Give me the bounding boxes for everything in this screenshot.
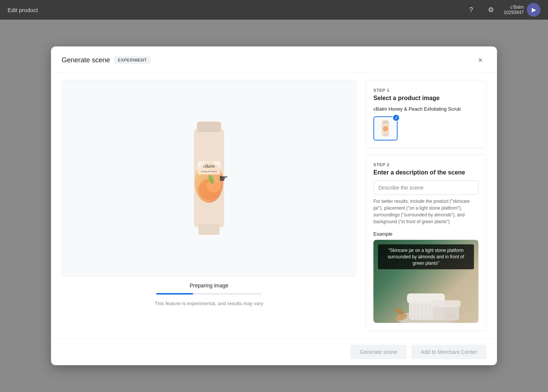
svg-text:cBalm: cBalm: [203, 164, 215, 169]
top-bar: Edit product ? ⚙ c'Balm 10293847 ▶: [0, 0, 548, 20]
svg-point-13: [383, 126, 388, 131]
settings-button[interactable]: ⚙: [484, 3, 498, 17]
example-caption: "Skincare jar on a light stone platform …: [378, 244, 474, 269]
right-panel: STEP 1 Select a product image cBalm Hone…: [365, 80, 486, 331]
generate-scene-modal: Generate scene EXPERIMENT ×: [51, 46, 497, 365]
avatar: ▶: [527, 3, 540, 17]
main-area: Generate scene EXPERIMENT ×: [0, 20, 548, 392]
thumbnail-image: [378, 118, 393, 139]
step1-title: Select a product image: [373, 95, 478, 102]
left-panel: cBalm Honey & Peach ☛ Preparing image Th…: [62, 80, 356, 331]
progress-label: Preparing image: [190, 282, 229, 289]
product-illustration: cBalm Honey & Peach: [171, 99, 247, 258]
product-name: cBalm Honey & Peach Exfoliating Scrub: [373, 106, 478, 112]
user-text: c'Balm 10293847: [504, 5, 524, 15]
user-info: c'Balm 10293847 ▶: [504, 3, 540, 17]
experiment-badge: EXPERIMENT: [115, 57, 150, 63]
add-to-merchant-center-button[interactable]: Add to Merchant Center: [411, 345, 486, 359]
step1-card: STEP 1 Select a product image cBalm Hone…: [365, 80, 486, 148]
step1-label: STEP 1: [373, 88, 478, 93]
svg-rect-12: [382, 120, 389, 123]
modal-body: cBalm Honey & Peach ☛ Preparing image Th…: [51, 73, 497, 338]
page-title: Edit product: [8, 7, 38, 13]
example-image-container: "Skincare jar on a light stone platform …: [373, 240, 478, 323]
modal-footer: Generate scene Add to Merchant Center: [51, 338, 497, 365]
generate-scene-button[interactable]: Generate scene: [350, 345, 407, 359]
svg-text:Honey & Peach: Honey & Peach: [201, 170, 217, 173]
modal-title: Generate scene: [62, 56, 110, 64]
image-preview: cBalm Honey & Peach ☛: [62, 80, 356, 276]
top-bar-icons: ? ⚙ c'Balm 10293847 ▶: [464, 3, 540, 17]
progress-bar-fill: [156, 293, 193, 295]
avatar-icon: ▶: [532, 7, 536, 13]
step2-label: STEP 2: [373, 162, 478, 167]
help-icon: ?: [469, 6, 473, 14]
example-label: Example: [373, 231, 478, 237]
hint-text: For better results, include the product …: [373, 198, 478, 225]
example-jar-svg: [381, 262, 471, 323]
user-id: 10293847: [504, 10, 524, 15]
thumbnail-container[interactable]: [373, 116, 398, 140]
close-button[interactable]: ×: [474, 54, 486, 66]
svg-rect-11: [383, 133, 388, 136]
svg-rect-2: [197, 122, 221, 132]
step2-card: STEP 2 Enter a description of the scene …: [365, 154, 486, 331]
svg-rect-30: [431, 300, 461, 307]
modal-header: Generate scene EXPERIMENT ×: [51, 46, 497, 73]
scene-description-input[interactable]: [373, 181, 478, 195]
selected-check: [392, 114, 400, 122]
progress-area: Preparing image: [62, 282, 356, 295]
step2-title: Enter a description of the scene: [373, 169, 478, 176]
svg-rect-1: [198, 224, 220, 235]
progress-bar-track: [156, 293, 262, 295]
user-name: c'Balm: [504, 5, 524, 10]
experimental-note: This feature is experimental, and result…: [62, 301, 356, 306]
help-button[interactable]: ?: [464, 3, 478, 17]
settings-icon: ⚙: [488, 6, 494, 14]
